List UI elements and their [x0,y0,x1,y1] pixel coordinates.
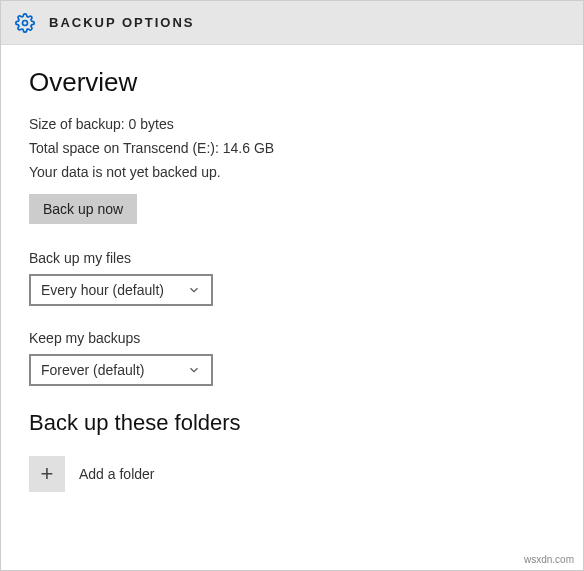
gear-icon [15,13,35,33]
folders-heading: Back up these folders [29,410,555,436]
add-folder-button[interactable]: + Add a folder [29,456,555,492]
retention-value: Forever (default) [41,362,144,378]
frequency-label: Back up my files [29,250,555,266]
plus-icon: + [29,456,65,492]
add-folder-label: Add a folder [79,466,155,482]
overview-heading: Overview [29,67,555,98]
backup-size-line: Size of backup: 0 bytes [29,116,555,132]
chevron-down-icon [187,283,201,297]
frequency-select[interactable]: Every hour (default) [29,274,213,306]
total-space-line: Total space on Transcend (E:): 14.6 GB [29,140,555,156]
svg-point-0 [23,20,28,25]
frequency-value: Every hour (default) [41,282,164,298]
backup-status-line: Your data is not yet backed up. [29,164,555,180]
retention-select[interactable]: Forever (default) [29,354,213,386]
page-title: BACKUP OPTIONS [49,15,195,30]
backup-now-button[interactable]: Back up now [29,194,137,224]
chevron-down-icon [187,363,201,377]
content-area: Overview Size of backup: 0 bytes Total s… [1,45,583,514]
header-bar: BACKUP OPTIONS [1,1,583,45]
retention-label: Keep my backups [29,330,555,346]
watermark-text: wsxdn.com [524,554,574,565]
